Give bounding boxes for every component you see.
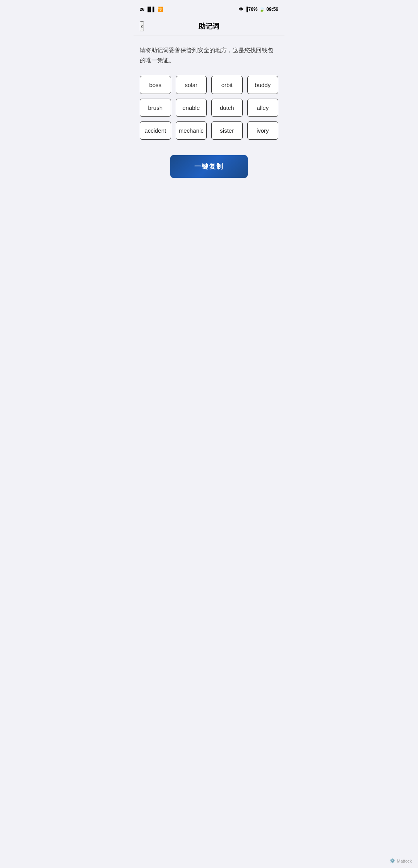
clock-time: 09:56 bbox=[266, 7, 278, 12]
wifi-icon: 🛜 bbox=[158, 7, 163, 12]
eye-icon: 👁 bbox=[239, 7, 243, 12]
battery-icon: ▐76% bbox=[245, 7, 258, 12]
description-text: 请将助记词妥善保管到安全的地方，这是您找回钱包的唯一凭证。 bbox=[140, 45, 278, 65]
mnemonic-word-6: enable bbox=[176, 99, 207, 117]
mnemonic-word-10: mechanic bbox=[176, 121, 207, 140]
mnemonic-word-grid: bosssolarorbitbuddybrushenabledutchalley… bbox=[140, 76, 278, 140]
main-content: 请将助记词妥善保管到安全的地方，这是您找回钱包的唯一凭证。 bosssolaro… bbox=[134, 36, 284, 184]
signal-text: 26 bbox=[140, 7, 144, 12]
mnemonic-word-1: boss bbox=[140, 76, 171, 94]
signal-icon: ▐▌▌ bbox=[146, 7, 156, 12]
back-button[interactable]: ‹ bbox=[140, 21, 144, 31]
mnemonic-word-5: brush bbox=[140, 99, 171, 117]
mnemonic-word-9: accident bbox=[140, 121, 171, 140]
mnemonic-word-2: solar bbox=[176, 76, 207, 94]
status-left: 26 ▐▌▌ 🛜 bbox=[140, 7, 163, 12]
status-bar: 26 ▐▌▌ 🛜 👁 ▐76% 🍃 09:56 bbox=[134, 0, 284, 17]
page-title: 助记词 bbox=[199, 22, 219, 31]
copy-all-button[interactable]: 一键复制 bbox=[170, 155, 248, 178]
mnemonic-word-8: alley bbox=[247, 99, 279, 117]
status-right: 👁 ▐76% 🍃 09:56 bbox=[239, 7, 278, 12]
mnemonic-word-4: buddy bbox=[247, 76, 279, 94]
copy-button-container: 一键复制 bbox=[140, 155, 278, 178]
mnemonic-word-7: dutch bbox=[211, 99, 243, 117]
nav-bar: ‹ 助记词 bbox=[134, 17, 284, 36]
mnemonic-word-12: ivory bbox=[247, 121, 279, 140]
mnemonic-word-11: sister bbox=[211, 121, 243, 140]
leaf-icon: 🍃 bbox=[259, 7, 265, 12]
mnemonic-word-3: orbit bbox=[211, 76, 243, 94]
